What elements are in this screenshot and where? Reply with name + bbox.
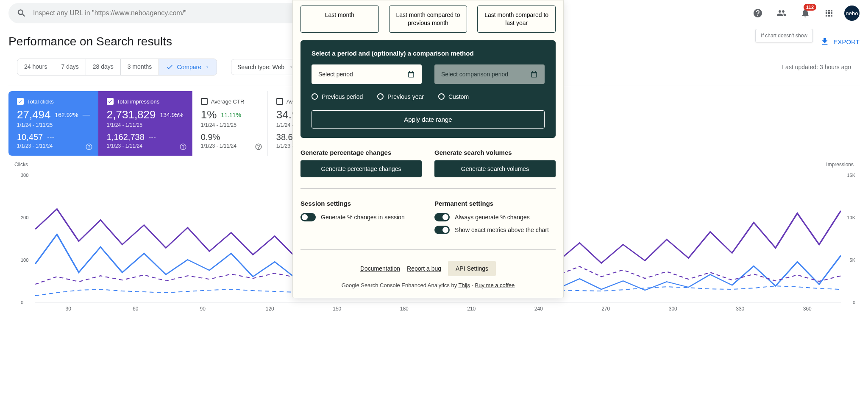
time-range-group: 24 hours 7 days 28 days 3 months Compare	[17, 59, 217, 76]
gen-vol-button[interactable]: Generate search volumes	[434, 160, 556, 177]
documentation-link[interactable]: Documentation	[360, 265, 400, 272]
download-icon	[820, 37, 829, 46]
preset-vs-prev-month[interactable]: Last month compared to previous month	[389, 6, 467, 33]
checkbox-checked-icon	[107, 98, 114, 105]
arrow-down-icon	[205, 64, 210, 70]
divider	[224, 61, 224, 73]
tile-ctr[interactable]: Average CTR 1%11.11% 1/1/24 - 1/11/25 0.…	[192, 91, 268, 156]
select-period-input[interactable]: Select period	[312, 64, 422, 84]
notifications-icon[interactable]: 112	[797, 5, 814, 22]
analytics-panel: Last month Last month compared to previo…	[292, 0, 564, 298]
search-icon	[17, 8, 26, 18]
pill-7d[interactable]: 7 days	[54, 59, 86, 75]
toggle-session[interactable]	[300, 213, 316, 221]
tile-impressions[interactable]: Total impressions 2,731,829134.95% 1/1/2…	[98, 91, 192, 156]
checkbox-unchecked-icon	[201, 98, 208, 105]
help-icon[interactable]	[255, 143, 262, 151]
author-link[interactable]: Thijs	[459, 282, 470, 288]
last-updated: Last updated: 3 hours ago	[782, 64, 851, 70]
toggle-always-gen[interactable]	[434, 213, 450, 221]
avatar[interactable]: nebo	[844, 6, 860, 21]
period-title: Select a period and (optionally) a compa…	[312, 50, 545, 57]
credits: Google Search Console Enhanced Analytics…	[300, 282, 556, 288]
radio-custom[interactable]: Custom	[438, 93, 469, 100]
apps-icon[interactable]	[821, 5, 837, 22]
people-icon[interactable]	[773, 5, 790, 22]
help-icon[interactable]	[85, 143, 93, 151]
donate-link[interactable]: Buy me a coffee	[475, 282, 515, 288]
pill-24h[interactable]: 24 hours	[17, 59, 54, 75]
apply-date-button[interactable]: Apply date range	[312, 110, 545, 129]
report-bug-link[interactable]: Report a bug	[407, 265, 441, 272]
radio-icon	[377, 93, 384, 100]
select-comparison-input[interactable]: Select comparison period	[434, 64, 545, 84]
toggle-exact-metrics[interactable]	[434, 226, 450, 234]
gen-pct-button[interactable]: Generate percentage changes	[300, 160, 422, 177]
y-axis-left-label: Clicks	[14, 162, 28, 168]
y-axis-right-label: Impressions	[826, 162, 854, 168]
calendar-icon	[530, 70, 538, 78]
x-axis-ticks: 306090120150180210240270300330360	[35, 306, 841, 312]
help-icon[interactable]	[749, 5, 766, 22]
search-type-dropdown[interactable]: Search type: Web	[231, 59, 300, 75]
pill-3m[interactable]: 3 months	[121, 59, 159, 75]
radio-prev-year[interactable]: Previous year	[377, 93, 424, 100]
notification-badge: 112	[804, 4, 816, 11]
radio-prev-period[interactable]: Previous period	[312, 93, 363, 100]
chart-tooltip: If chart doesn't show	[755, 29, 813, 42]
export-button[interactable]: EXPORT	[820, 37, 860, 46]
preset-last-month[interactable]: Last month	[300, 6, 379, 33]
api-settings-button[interactable]: API Settings	[448, 261, 496, 276]
help-icon[interactable]	[179, 143, 187, 151]
radio-icon	[312, 93, 318, 100]
calendar-icon	[407, 70, 415, 78]
pill-compare[interactable]: Compare	[159, 59, 217, 75]
pill-28d[interactable]: 28 days	[86, 59, 121, 75]
page-title: Performance on Search results	[8, 35, 172, 48]
checkbox-checked-icon	[17, 98, 24, 105]
tile-clicks[interactable]: Total clicks 27,494162.92%— 1/1/24 - 1/1…	[8, 91, 98, 156]
checkbox-unchecked-icon	[276, 98, 283, 105]
check-icon	[166, 63, 173, 71]
preset-vs-last-year[interactable]: Last month compared to last year	[477, 6, 556, 33]
radio-icon	[438, 93, 445, 100]
